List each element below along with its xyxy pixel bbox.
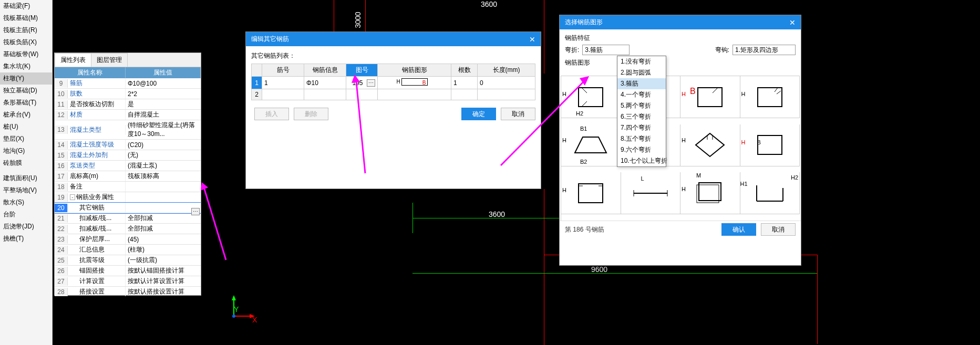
nav-item[interactable]: 桩承台(V)	[0, 109, 52, 121]
nav-item-selected[interactable]: 柱墩(Y)	[0, 72, 52, 85]
property-row[interactable]: 13混凝土类型(特细砂塑性混凝土(坍落度10～30m...	[55, 120, 201, 140]
col-jin[interactable]: 筋号	[262, 64, 304, 77]
cell-length[interactable]: 0	[478, 77, 535, 89]
dropdown-option[interactable]: 3.箍筋	[617, 78, 666, 89]
close-icon[interactable]: ✕	[789, 18, 796, 27]
nav-item[interactable]: 桩(U)	[0, 121, 52, 133]
nav-item[interactable]: 台阶	[0, 208, 52, 221]
nav-item[interactable]: 独立基础(D)	[0, 85, 52, 97]
bend-select[interactable]	[582, 45, 630, 55]
property-row[interactable]: 18备注	[55, 182, 201, 192]
shape-grid: HH2 H HB H HB1B2 HB H HB H L HM H1H2	[561, 76, 800, 221]
nav-item[interactable]: 条形基础(T)	[0, 97, 52, 109]
property-row[interactable]: 21扣减板/筏...全部扣减	[55, 213, 201, 224]
cell-jin[interactable]: 1	[262, 77, 304, 89]
bend-label: 弯折:	[565, 46, 579, 55]
cancel-button[interactable]: 取消	[761, 223, 796, 236]
ok-button[interactable]: 确定	[461, 108, 496, 120]
property-row[interactable]: 19-钢筋业务属性	[55, 192, 201, 203]
nav-item[interactable]: 基础梁(F)	[0, 0, 52, 12]
tab-layers[interactable]: 图层管理	[91, 53, 128, 67]
nav-item[interactable]: 挑檐(T)	[0, 233, 52, 245]
property-row[interactable]: 28搭接设置按默认搭接设置计算	[55, 287, 201, 296]
shape-option[interactable]: H	[680, 124, 740, 166]
dropdown-option[interactable]: 5.两个弯折	[617, 100, 666, 111]
col-length[interactable]: 长度(mm)	[478, 64, 535, 77]
shape-option[interactable]: L	[621, 172, 681, 214]
col-info[interactable]: 钢筋信息	[304, 64, 346, 77]
ok-button[interactable]: 确认	[721, 223, 756, 236]
property-row[interactable]: 23保护层厚...(45)	[55, 234, 201, 245]
nav-item[interactable]: 后浇带(JD)	[0, 221, 52, 233]
property-row[interactable]: 22扣减板/筏...全部扣减	[55, 224, 201, 234]
property-row[interactable]: 24汇总信息(柱墩)	[55, 245, 201, 255]
svg-rect-20	[579, 184, 603, 203]
nav-item[interactable]: 地沟(G)	[0, 145, 52, 157]
cancel-button[interactable]: 取消	[501, 108, 535, 120]
svg-marker-1	[232, 295, 236, 300]
bend-dropdown[interactable]: 1.没有弯折2.圆与圆弧3.箍筋4.一个弯折5.两个弯折6.三个弯折7.四个弯折…	[617, 56, 666, 167]
nav-item[interactable]: 砖胎膜	[0, 157, 52, 169]
dropdown-option[interactable]: 8.五个弯折	[617, 133, 666, 144]
shape-option[interactable]: HB	[680, 76, 740, 118]
dropdown-option[interactable]: 1.没有弯折	[617, 56, 666, 67]
property-row[interactable]: 20其它钢筋⋯	[55, 203, 201, 213]
dropdown-option[interactable]: 4.一个弯折	[617, 89, 666, 100]
shape-option[interactable]: H1H2	[740, 172, 800, 214]
nav-item[interactable]: 筏板负筋(X)	[0, 36, 52, 48]
tuhao-picker-button[interactable]: ⋯	[367, 79, 375, 87]
col-value: 属性值	[126, 67, 201, 78]
nav-item[interactable]: 集水坑(K)	[0, 60, 52, 72]
property-row[interactable]: 17底标高(m)筏板顶标高	[55, 171, 201, 182]
shape-option[interactable]: H	[740, 76, 800, 118]
grid-label: 钢筋图形	[565, 58, 796, 67]
dropdown-option[interactable]: 2.圆与圆弧	[617, 67, 666, 78]
shape-option[interactable]: HB1B2	[561, 124, 621, 166]
property-row[interactable]: 9箍筋Φ10@100	[55, 78, 201, 89]
cell-count[interactable]: 1	[451, 77, 478, 89]
nav-item[interactable]: 筏板主筋(R)	[0, 24, 52, 36]
nav-item[interactable]: 建筑面积(U)	[0, 172, 52, 184]
delete-button[interactable]: 删除	[294, 108, 328, 120]
svg-rect-27	[697, 185, 719, 203]
rebar-table[interactable]: 筋号 钢筋信息 图号 钢筋图形 根数 长度(mm) 1 1 Φ10 195⋯ B…	[251, 64, 535, 100]
properties-table[interactable]: 9箍筋Φ10@10010肢数2*211是否按板边切割是12材质自拌混凝土13混凝…	[55, 78, 201, 296]
nav-item[interactable]: 基础板带(W)	[0, 48, 52, 60]
dropdown-option[interactable]: 9.六个弯折	[617, 144, 666, 155]
property-row[interactable]: 11是否按板边切割是	[55, 99, 201, 110]
tab-properties[interactable]: 属性列表	[55, 53, 91, 67]
shape-select-dialog: 选择钢筋图形 ✕ 钢筋特征 弯折: 弯钩: 钢筋图形 HH2 H HB H HB…	[559, 15, 801, 266]
cell-tuhao[interactable]: 195⋯	[346, 77, 378, 89]
row-2-header[interactable]: 2	[252, 89, 262, 100]
shape-option[interactable]: H	[561, 172, 621, 214]
cell-info[interactable]: Φ10	[304, 77, 346, 89]
property-row[interactable]: 16泵送类型(混凝土泵)	[55, 161, 201, 171]
col-tuhao[interactable]: 图号	[346, 64, 378, 77]
dropdown-option[interactable]: 7.四个弯折	[617, 122, 666, 133]
shape-option[interactable]: HM	[680, 172, 740, 214]
cell-shape[interactable]: B	[378, 77, 451, 89]
nav-item[interactable]: 散水(S)	[0, 196, 52, 208]
shape-option[interactable]: HH2	[561, 76, 621, 118]
col-shape[interactable]: 钢筋图形	[378, 64, 451, 77]
property-row[interactable]: 10肢数2*2	[55, 89, 201, 99]
dropdown-option[interactable]: 6.三个弯折	[617, 111, 666, 122]
nav-item[interactable]: 平整场地(V)	[0, 184, 52, 196]
property-row[interactable]: 26锚固搭接按默认锚固搭接计算	[55, 266, 201, 276]
property-row[interactable]: 25抗震等级(一级抗震)	[55, 255, 201, 266]
row-1-header[interactable]: 1	[252, 77, 262, 89]
property-row[interactable]: 15混凝土外加剂(无)	[55, 150, 201, 161]
col-name: 属性名称	[55, 67, 126, 78]
shape-option[interactable]: HB	[740, 124, 800, 166]
dimension: 3600	[481, 0, 497, 8]
nav-item[interactable]: 筏板基础(M)	[0, 12, 52, 24]
property-row[interactable]: 27计算设置按默认计算设置计算	[55, 276, 201, 287]
nav-item[interactable]: 垫层(X)	[0, 133, 52, 145]
property-row[interactable]: 14混凝土强度等级(C20)	[55, 140, 201, 150]
hook-select[interactable]	[733, 45, 796, 55]
col-count[interactable]: 根数	[451, 64, 478, 77]
property-row[interactable]: 12材质自拌混凝土	[55, 110, 201, 120]
insert-button[interactable]: 插入	[254, 108, 289, 120]
dropdown-option[interactable]: 10.七个以上弯折	[617, 155, 666, 166]
close-icon[interactable]: ✕	[529, 35, 535, 44]
